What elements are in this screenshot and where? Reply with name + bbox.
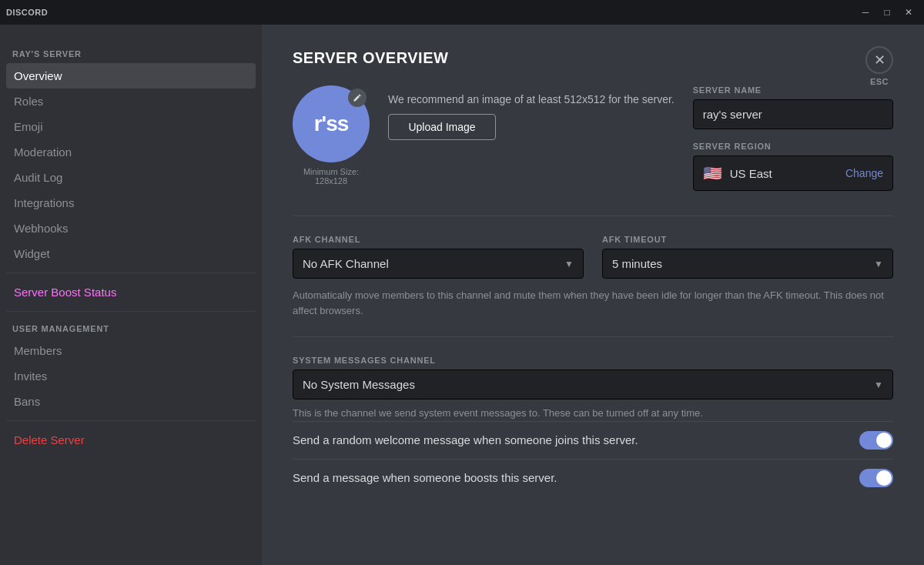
sidebar-user-management-label: USER MANAGEMENT bbox=[6, 318, 256, 336]
afk-channel-field: AFK CHANNEL No AFK Channel ▼ bbox=[293, 235, 584, 279]
afk-help-text: Automatically move members to this chann… bbox=[293, 288, 893, 318]
upload-image-button[interactable]: Upload Image bbox=[388, 114, 496, 140]
sidebar-item-moderation[interactable]: Moderation bbox=[6, 139, 256, 165]
server-fields: SERVER NAME SERVER REGION 🇺🇸 US East Cha… bbox=[693, 85, 893, 191]
system-messages-arrow-icon: ▼ bbox=[874, 379, 883, 390]
afk-timeout-field: AFK TIMEOUT 5 minutes ▼ bbox=[602, 235, 893, 279]
maximize-button[interactable]: □ bbox=[878, 3, 896, 22]
sidebar-item-delete-server[interactable]: Delete Server bbox=[6, 427, 256, 453]
sidebar-item-audit-log[interactable]: Audit Log bbox=[6, 165, 256, 190]
region-name: US East bbox=[730, 167, 772, 180]
welcome-toggle[interactable] bbox=[859, 431, 893, 450]
system-messages-help-text: This is the channel we send system event… bbox=[293, 406, 893, 421]
overview-top: r'ss Minimum Size: 128x128 We recommend … bbox=[293, 85, 893, 191]
afk-channel-dropdown[interactable]: No AFK Channel ▼ bbox=[293, 249, 584, 279]
change-region-button[interactable]: Change bbox=[845, 167, 883, 179]
server-region-field: SERVER REGION 🇺🇸 US East Change bbox=[693, 142, 893, 191]
sidebar-divider-1 bbox=[6, 272, 256, 273]
window-controls: ─ □ ✕ bbox=[856, 3, 918, 22]
upload-area: We recommend an image of at least 512x51… bbox=[388, 85, 675, 140]
sidebar-divider-3 bbox=[6, 420, 256, 421]
boost-toggle[interactable] bbox=[859, 469, 893, 487]
sidebar-item-roles[interactable]: Roles bbox=[6, 89, 256, 114]
sidebar-item-integrations[interactable]: Integrations bbox=[6, 190, 256, 216]
afk-channel-label: AFK CHANNEL bbox=[293, 235, 584, 244]
divider-1 bbox=[293, 216, 893, 216]
system-messages-value: No System Messages bbox=[303, 378, 415, 391]
sidebar: RAY'S SERVER Overview Roles Emoji Modera… bbox=[0, 25, 262, 565]
app-body: RAY'S SERVER Overview Roles Emoji Modera… bbox=[0, 25, 924, 565]
sidebar-item-overview[interactable]: Overview bbox=[6, 63, 256, 89]
server-region-label: SERVER REGION bbox=[693, 142, 893, 151]
minimize-button[interactable]: ─ bbox=[856, 3, 875, 22]
boost-toggle-row: Send a message when someone boosts this … bbox=[293, 459, 893, 496]
afk-channel-arrow-icon: ▼ bbox=[564, 259, 574, 269]
close-circle-icon[interactable]: ✕ bbox=[865, 46, 893, 74]
content-area: ✕ ESC SERVER OVERVIEW r'ss Minimum Size:… bbox=[262, 25, 924, 565]
system-messages-section: SYSTEM MESSAGES CHANNEL No System Messag… bbox=[293, 356, 893, 496]
sidebar-divider-2 bbox=[6, 311, 256, 312]
afk-timeout-value: 5 minutes bbox=[612, 257, 662, 270]
system-messages-label: SYSTEM MESSAGES CHANNEL bbox=[293, 356, 893, 365]
server-name-input[interactable] bbox=[693, 99, 893, 129]
region-left: 🇺🇸 US East bbox=[703, 164, 772, 182]
server-name-label: SERVER NAME bbox=[693, 85, 893, 95]
divider-2 bbox=[293, 336, 893, 337]
app-title: DISCORD bbox=[6, 8, 48, 17]
afk-section: AFK CHANNEL No AFK Channel ▼ AFK TIMEOUT… bbox=[293, 235, 893, 279]
avatar-edit-button[interactable] bbox=[348, 89, 367, 107]
page-title: SERVER OVERVIEW bbox=[293, 49, 893, 67]
sidebar-item-widget[interactable]: Widget bbox=[6, 241, 256, 266]
avatar-container: r'ss Minimum Size: 128x128 bbox=[293, 85, 370, 186]
welcome-toggle-thumb bbox=[876, 433, 892, 448]
afk-channel-value: No AFK Channel bbox=[303, 257, 389, 270]
afk-timeout-arrow-icon: ▼ bbox=[874, 259, 883, 269]
server-region-select[interactable]: 🇺🇸 US East Change bbox=[693, 155, 893, 191]
welcome-toggle-label: Send a random welcome message when someo… bbox=[293, 433, 859, 446]
close-esc-button[interactable]: ✕ ESC bbox=[865, 46, 893, 86]
titlebar: DISCORD ─ □ ✕ bbox=[0, 0, 924, 25]
sidebar-server-label: RAY'S SERVER bbox=[6, 43, 256, 62]
upload-hint-text: We recommend an image of at least 512x51… bbox=[388, 92, 675, 108]
boost-toggle-thumb bbox=[876, 470, 892, 486]
sidebar-item-emoji[interactable]: Emoji bbox=[6, 114, 256, 139]
sidebar-item-boost-status[interactable]: Server Boost Status bbox=[6, 279, 256, 305]
sidebar-item-members[interactable]: Members bbox=[6, 338, 256, 363]
us-flag-icon: 🇺🇸 bbox=[703, 164, 722, 182]
sidebar-item-bans[interactable]: Bans bbox=[6, 389, 256, 414]
window-close-button[interactable]: ✕ bbox=[899, 3, 918, 22]
sidebar-item-invites[interactable]: Invites bbox=[6, 363, 256, 389]
avatar-min-size-label: Minimum Size: 128x128 bbox=[293, 167, 370, 186]
afk-timeout-label: AFK TIMEOUT bbox=[602, 235, 893, 244]
sidebar-item-webhooks[interactable]: Webhooks bbox=[6, 216, 256, 241]
boost-toggle-label: Send a message when someone boosts this … bbox=[293, 471, 859, 484]
system-messages-dropdown[interactable]: No System Messages ▼ bbox=[293, 369, 893, 400]
server-name-field: SERVER NAME bbox=[693, 85, 893, 129]
welcome-toggle-row: Send a random welcome message when someo… bbox=[293, 421, 893, 459]
afk-timeout-dropdown[interactable]: 5 minutes ▼ bbox=[602, 249, 893, 279]
esc-label: ESC bbox=[870, 77, 889, 86]
